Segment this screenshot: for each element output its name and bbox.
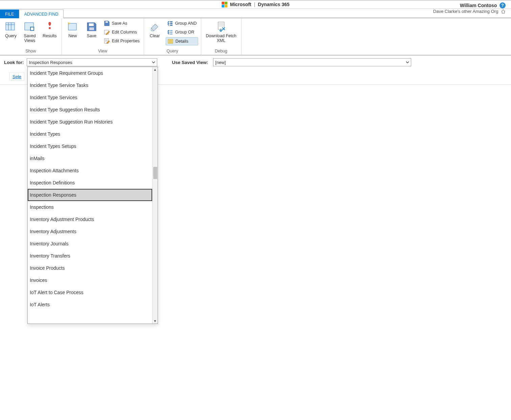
scroll-track[interactable] — [153, 72, 158, 85]
use-saved-view-label: Use Saved View: — [172, 60, 208, 65]
query-label: Query — [5, 34, 17, 39]
svg-rect-9 — [89, 27, 94, 30]
ribbon-group-show: Query Saved Views Results Show — [0, 18, 62, 55]
edit-properties-button[interactable]: Edit Properties — [102, 37, 141, 45]
tab-advanced-find[interactable]: ADVANCED FIND — [19, 9, 63, 18]
brand-area: Microsoft | Dynamics 365 — [222, 2, 289, 7]
look-for-label: Look for: — [4, 60, 24, 65]
svg-rect-18 — [170, 30, 172, 31]
details-label: Details — [176, 39, 188, 44]
svg-rect-7 — [68, 23, 76, 30]
edit-properties-icon — [104, 38, 110, 44]
group-and-icon — [167, 20, 173, 26]
save-as-button[interactable]: Save As — [102, 20, 141, 27]
ribbon: Query Saved Views Results Show — [0, 18, 511, 56]
saved-views-icon — [24, 21, 36, 32]
new-button[interactable]: New — [65, 20, 81, 45]
save-label: Save — [87, 34, 96, 39]
dropdown-item[interactable]: Incident Type Requirement Groups — [28, 67, 152, 79]
app-header: Microsoft | Dynamics 365 William Contoso… — [0, 0, 511, 9]
group-view-label: View — [65, 49, 141, 54]
look-for-dropdown: Incident Type Requirement GroupsIncident… — [27, 67, 158, 85]
chevron-down-icon — [152, 60, 156, 64]
dropdown-item[interactable]: Incident Type Service Tasks — [28, 79, 152, 85]
svg-rect-8 — [89, 23, 94, 26]
details-icon — [167, 38, 173, 44]
saved-views-label: Saved Views — [24, 34, 36, 43]
select-link[interactable]: Sele — [9, 72, 24, 81]
look-for-value: Inspection Responses — [29, 60, 72, 65]
svg-point-6 — [49, 27, 51, 29]
svg-rect-15 — [170, 21, 172, 22]
clear-label: Clear — [150, 34, 160, 39]
home-icon[interactable] — [501, 9, 506, 14]
edit-columns-button[interactable]: Edit Columns — [102, 28, 141, 36]
help-icon[interactable]: ? — [500, 2, 506, 8]
tab-file[interactable]: FILE — [0, 9, 19, 18]
svg-rect-19 — [170, 32, 172, 33]
group-and-label: Group AND — [175, 21, 197, 26]
svg-rect-0 — [6, 23, 15, 30]
results-icon — [44, 21, 55, 32]
look-for-select[interactable]: Inspection Responses — [27, 58, 157, 66]
brand-divider: | — [254, 2, 255, 7]
user-name: William Contoso — [460, 2, 497, 8]
svg-rect-20 — [170, 34, 172, 35]
ribbon-group-view: New Save Save As E — [62, 18, 144, 55]
group-or-icon — [167, 29, 173, 35]
user-area: William Contoso ? Dave Clarke's other Am… — [433, 2, 506, 15]
new-icon — [67, 21, 78, 32]
query-icon — [5, 21, 17, 32]
group-or-button[interactable]: Group OR — [166, 28, 198, 36]
group-and-button[interactable]: Group AND — [166, 20, 198, 27]
saved-views-button[interactable]: Saved Views — [22, 20, 38, 45]
brand-ms: Microsoft — [230, 2, 251, 7]
clear-button[interactable]: Clear — [147, 20, 163, 45]
group-or-label: Group OR — [175, 30, 194, 35]
dropdown-list: Incident Type Requirement GroupsIncident… — [28, 67, 152, 85]
group-query-label: Query — [147, 49, 198, 54]
svg-rect-10 — [106, 21, 108, 23]
edit-properties-label: Edit Properties — [112, 39, 140, 43]
chevron-down-icon — [405, 60, 410, 64]
query-button[interactable]: Query — [3, 20, 19, 45]
details-button[interactable]: Details — [166, 37, 198, 45]
results-label: Results — [43, 34, 57, 39]
ribbon-group-debug: Download Fetch XML Debug — [201, 18, 241, 55]
scroll-up-arrow-icon[interactable]: ▲ — [154, 67, 157, 72]
org-name: Dave Clarke's other Amazing Org — [433, 9, 498, 14]
svg-rect-16 — [170, 23, 172, 24]
download-fetch-xml-icon — [215, 21, 227, 32]
microsoft-logo-icon — [222, 2, 227, 7]
save-button[interactable]: Save — [84, 20, 100, 45]
save-icon — [86, 21, 97, 32]
ribbon-group-query: Clear Group AND Group OR — [144, 18, 201, 55]
download-fetch-xml-button[interactable]: Download Fetch XML — [204, 20, 238, 45]
group-debug-label: Debug — [204, 49, 238, 54]
brand-product: Dynamics 365 — [258, 2, 289, 7]
saved-view-value: [new] — [215, 60, 226, 65]
results-button[interactable]: Results — [41, 20, 59, 45]
save-as-label: Save As — [112, 21, 127, 26]
new-label: New — [68, 34, 77, 39]
svg-rect-17 — [170, 25, 172, 26]
saved-view-select[interactable]: [new] — [213, 58, 411, 66]
dropdown-scrollbar[interactable]: ▲ ▼ — [152, 67, 158, 85]
edit-columns-icon — [104, 29, 110, 35]
clear-icon — [149, 21, 161, 32]
save-as-icon — [104, 20, 110, 26]
edit-columns-label: Edit Columns — [112, 30, 137, 35]
download-fetch-xml-label: Download Fetch XML — [206, 34, 236, 43]
group-show-label: Show — [3, 49, 59, 54]
